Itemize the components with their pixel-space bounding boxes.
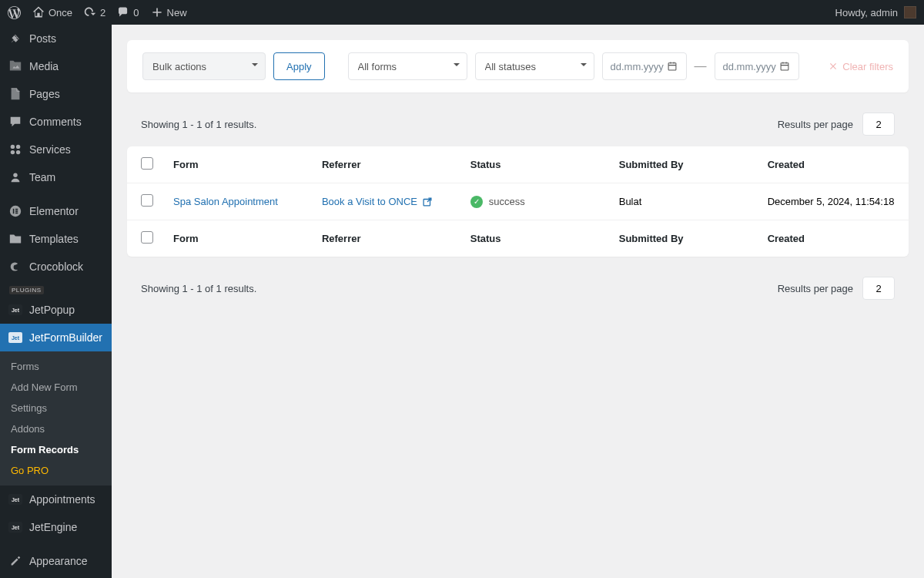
svg-point-1	[16, 145, 20, 149]
howdy-text: Howdy, admin	[835, 7, 898, 18]
submenu-form-records[interactable]: Form Records	[0, 439, 112, 460]
jetformbuilder-submenu: Forms Add New Form Settings Addons Form …	[0, 351, 112, 486]
jetengine-icon: Jet	[8, 519, 23, 535]
comments-link[interactable]: 0	[117, 6, 139, 18]
sidebar-item-posts[interactable]: Posts	[0, 25, 112, 52]
sidebar-item-appearance[interactable]: Appearance	[0, 547, 112, 575]
svg-rect-6	[13, 209, 15, 213]
menu-label: Templates	[29, 233, 79, 245]
clear-filters-button[interactable]: Clear filters	[829, 61, 893, 72]
col-created: Created	[768, 159, 895, 170]
menu-label: Team	[29, 171, 55, 183]
submenu-go-pro[interactable]: Go PRO	[0, 460, 112, 481]
wp-logo[interactable]	[8, 6, 21, 19]
plugins-badge: PLUGINS	[9, 286, 44, 294]
close-icon	[829, 62, 838, 71]
page-icon	[8, 86, 23, 102]
rpp-input-bottom[interactable]	[862, 277, 895, 300]
created-date: December 5, 2024, 11:54:18	[768, 196, 895, 207]
updates-icon	[84, 6, 96, 18]
col-submitted: Submitted By	[619, 159, 768, 170]
updates-count: 2	[100, 7, 105, 18]
svg-point-3	[16, 150, 20, 154]
elementor-icon	[8, 203, 23, 219]
menu-label: Appointments	[29, 493, 95, 506]
comment-icon	[8, 114, 23, 129]
sidebar-item-templates[interactable]: Templates	[0, 225, 112, 253]
jetformbuilder-icon: Jet	[8, 330, 23, 345]
date-dash: —	[695, 59, 707, 73]
records-table: Form Referrer Status Submitted By Create…	[127, 146, 909, 257]
svg-rect-12	[781, 63, 788, 70]
jetpopup-icon: Jet	[8, 302, 23, 318]
submenu-addons[interactable]: Addons	[0, 418, 112, 439]
crocoblock-icon	[8, 259, 23, 274]
folder-icon	[8, 231, 23, 247]
status-success-icon: ✓	[470, 196, 483, 208]
rpp-label-bottom: Results per page	[778, 283, 853, 294]
date-to-input[interactable]: dd.mm.yyyy	[715, 52, 799, 80]
sidebar-item-team[interactable]: Team	[0, 163, 112, 191]
admin-bar: Once 2 0 New Howdy, admin	[0, 0, 924, 25]
home-icon	[32, 6, 45, 18]
site-home[interactable]: Once	[32, 6, 72, 18]
sidebar-item-appointments[interactable]: Jet Appointments	[0, 486, 112, 513]
menu-label: Posts	[29, 32, 56, 45]
avatar	[904, 6, 916, 18]
forms-filter-select[interactable]: All forms	[348, 52, 467, 80]
col-status: Status	[470, 159, 619, 170]
comments-count: 0	[133, 7, 139, 18]
sidebar-item-crocoblock[interactable]: Crocoblock	[0, 253, 112, 281]
svg-rect-8	[15, 210, 18, 212]
svg-rect-11	[668, 63, 676, 70]
submenu-forms[interactable]: Forms	[0, 356, 112, 377]
updates-link[interactable]: 2	[84, 6, 105, 18]
sidebar-item-comments[interactable]: Comments	[0, 108, 112, 136]
select-all-checkbox-bottom[interactable]	[141, 231, 153, 244]
bulk-actions-select[interactable]: Bulk actions	[142, 52, 266, 80]
referrer-link[interactable]: Book a Visit to ONCE	[322, 196, 433, 207]
statuses-filter-select[interactable]: All statuses	[475, 52, 594, 80]
form-link[interactable]: Spa Salon Appointment	[173, 196, 278, 207]
svg-point-2	[11, 150, 15, 154]
apply-button[interactable]: Apply	[273, 52, 325, 80]
submenu-settings[interactable]: Settings	[0, 398, 112, 418]
wordpress-icon	[8, 6, 21, 19]
menu-label: JetEngine	[29, 521, 77, 533]
sidebar-item-pages[interactable]: Pages	[0, 80, 112, 108]
table-header: Form Referrer Status Submitted By Create…	[127, 146, 909, 183]
menu-label: JetPopup	[29, 304, 75, 316]
rpp-input[interactable]	[862, 113, 895, 136]
admin-user-link[interactable]: Howdy, admin	[835, 6, 916, 18]
submitted-by: Bulat	[619, 196, 768, 207]
select-all-checkbox[interactable]	[141, 157, 153, 170]
date-from-input[interactable]: dd.mm.yyyy	[602, 52, 687, 80]
comment-icon	[117, 6, 129, 18]
sidebar-item-plugins[interactable]: Plugins	[0, 575, 112, 578]
menu-label: JetFormBuilder	[29, 331, 102, 344]
sidebar-item-jetformbuilder[interactable]: Jet JetFormBuilder	[0, 324, 112, 351]
menu-label: Services	[29, 143, 71, 156]
table-footer: Form Referrer Status Submitted By Create…	[127, 220, 909, 257]
sidebar-item-services[interactable]: Services	[0, 136, 112, 163]
submenu-add-new[interactable]: Add New Form	[0, 377, 112, 398]
results-summary-bottom: Showing 1 - 1 of 1 results.	[141, 283, 256, 294]
sidebar-item-elementor[interactable]: Elementor	[0, 197, 112, 225]
admin-sidebar: Posts Media Pages Comments Services Team…	[0, 25, 112, 578]
svg-rect-9	[15, 213, 18, 214]
pin-icon	[8, 31, 23, 46]
sidebar-item-jetpopup[interactable]: Jet JetPopup	[0, 296, 112, 324]
team-icon	[8, 170, 23, 185]
new-content[interactable]: New	[151, 6, 187, 18]
row-checkbox[interactable]	[141, 194, 153, 207]
sidebar-item-jetengine[interactable]: Jet JetEngine	[0, 513, 112, 541]
menu-label: Pages	[29, 88, 60, 100]
media-icon	[8, 59, 23, 74]
menu-label: Media	[29, 60, 59, 72]
menu-label: Elementor	[29, 205, 79, 217]
external-link-icon	[422, 197, 433, 207]
menu-label: Comments	[29, 116, 82, 128]
calendar-icon	[667, 61, 678, 72]
sidebar-item-media[interactable]: Media	[0, 52, 112, 80]
rpp-label: Results per page	[778, 119, 853, 130]
